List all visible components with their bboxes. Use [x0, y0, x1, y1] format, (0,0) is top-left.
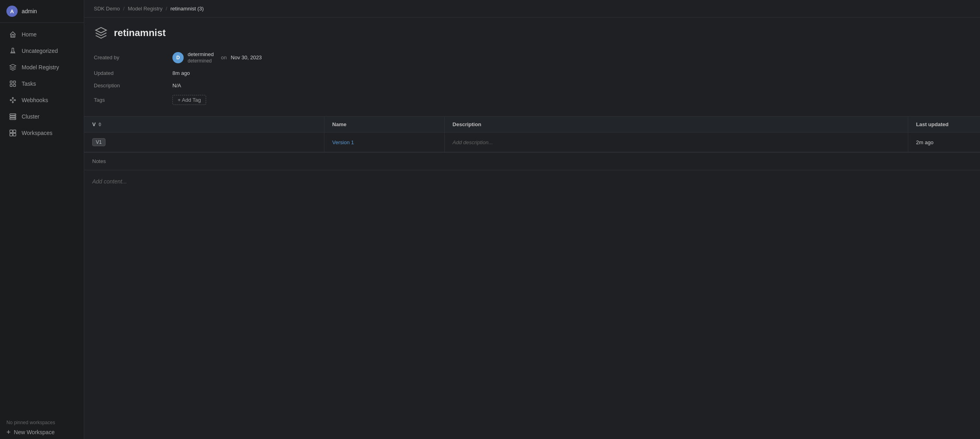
svg-point-6	[14, 100, 16, 101]
svg-point-4	[10, 100, 11, 101]
created-by-label: Created by	[94, 54, 166, 60]
svg-rect-18	[10, 130, 13, 133]
col-header-v: V	[84, 117, 324, 133]
versions-table-section: V Name Description Last updated	[84, 116, 980, 152]
created-by-name: determined	[188, 51, 214, 57]
col-header-name: Name	[324, 117, 444, 133]
svg-point-5	[12, 97, 14, 99]
add-description-placeholder: Add description...	[453, 139, 493, 145]
sidebar-item-workspaces-label: Workspaces	[22, 130, 53, 136]
sidebar-item-home[interactable]: Home	[2, 26, 81, 42]
svg-rect-1	[14, 81, 16, 83]
created-by-value: D determined determined on Nov 30, 2023	[172, 51, 262, 64]
col-header-description: Description	[444, 117, 908, 133]
notes-header: Notes	[84, 153, 980, 170]
sidebar-nav: Home Uncategorized Model Registry	[0, 23, 84, 419]
breadcrumb: SDK Demo / Model Registry / retinamnist …	[84, 0, 980, 18]
user-avatar: A	[6, 6, 18, 17]
home-icon	[9, 30, 17, 38]
sort-icon[interactable]	[98, 122, 101, 127]
webhooks-icon	[9, 96, 17, 104]
svg-point-17	[15, 119, 16, 119]
svg-point-16	[15, 117, 16, 117]
breadcrumb-current: retinamnist (3)	[170, 6, 204, 12]
created-on-label: on	[221, 54, 227, 60]
breadcrumb-sep-2: /	[166, 6, 167, 12]
description-label: Description	[94, 83, 166, 89]
col-header-last-updated: Last updated	[908, 117, 980, 133]
user-profile[interactable]: A admin	[0, 0, 84, 23]
cell-last-updated: 2m ago	[908, 133, 980, 152]
page-title: retinamnist	[114, 27, 166, 38]
plus-icon: +	[6, 429, 11, 436]
sidebar-item-webhooks[interactable]: Webhooks	[2, 92, 81, 108]
sidebar-item-uncategorized-label: Uncategorized	[22, 48, 58, 54]
cluster-icon	[9, 113, 17, 121]
main-content: SDK Demo / Model Registry / retinamnist …	[84, 0, 980, 439]
add-tag-button[interactable]: + Add Tag	[172, 95, 206, 105]
table-header-row: V Name Description Last updated	[84, 117, 980, 133]
sidebar-item-model-registry[interactable]: Model Registry	[2, 59, 81, 75]
no-pinned-workspaces: No pinned workspaces	[0, 419, 84, 425]
sidebar-item-webhooks-label: Webhooks	[22, 97, 48, 103]
updated-row: Updated 8m ago	[94, 67, 970, 79]
breadcrumb-sdk-demo[interactable]: SDK Demo	[94, 6, 120, 12]
breadcrumb-model-registry[interactable]: Model Registry	[128, 6, 163, 12]
page-header: retinamnist	[84, 18, 980, 46]
sidebar-item-model-registry-label: Model Registry	[22, 64, 59, 70]
sidebar-item-home-label: Home	[22, 31, 36, 38]
sidebar: A admin Home Uncategorized	[0, 0, 84, 439]
description-row: Description N/A	[94, 79, 970, 92]
sidebar-item-cluster-label: Cluster	[22, 113, 39, 120]
model-registry-icon	[94, 26, 108, 40]
sidebar-item-cluster[interactable]: Cluster	[2, 109, 81, 125]
sidebar-item-workspaces[interactable]: Workspaces	[2, 125, 81, 141]
updated-value: 8m ago	[172, 70, 190, 76]
created-by-sub: determined	[188, 58, 214, 64]
sidebar-item-tasks[interactable]: Tasks	[2, 76, 81, 92]
cell-version-badge: V1	[84, 133, 324, 152]
meta-section: Created by D determined determined on No…	[84, 46, 980, 116]
username: admin	[22, 8, 37, 14]
version-badge: V1	[92, 138, 105, 146]
flask-icon	[9, 47, 17, 55]
tags-row: Tags + Add Tag	[94, 92, 970, 108]
add-content-placeholder: Add content...	[92, 178, 127, 185]
svg-rect-19	[13, 130, 16, 133]
table-row: V1 Version 1 Add description... 2m ago	[84, 133, 980, 152]
svg-rect-3	[14, 85, 16, 87]
tasks-icon	[9, 80, 17, 88]
breadcrumb-sep-1: /	[123, 6, 125, 12]
sidebar-item-tasks-label: Tasks	[22, 81, 36, 87]
created-by-info: determined determined	[188, 51, 214, 64]
notes-section: Notes Add content...	[84, 152, 980, 218]
created-by-row: Created by D determined determined on No…	[94, 48, 970, 67]
svg-rect-21	[13, 133, 16, 136]
svg-point-7	[12, 102, 14, 103]
workspaces-icon	[9, 129, 17, 137]
svg-rect-20	[10, 133, 13, 136]
cube-icon	[9, 63, 17, 71]
tags-value: + Add Tag	[172, 95, 206, 105]
notes-content[interactable]: Add content...	[84, 170, 980, 218]
svg-rect-0	[10, 81, 12, 83]
svg-point-15	[15, 114, 16, 115]
created-date: Nov 30, 2023	[231, 54, 262, 60]
updated-label: Updated	[94, 70, 166, 76]
created-by-avatar: D	[172, 52, 184, 63]
svg-rect-2	[10, 85, 12, 87]
version-link[interactable]: Version 1	[332, 139, 354, 145]
tags-label: Tags	[94, 97, 166, 103]
cell-description[interactable]: Add description...	[444, 133, 908, 152]
description-value: N/A	[172, 83, 181, 89]
new-workspace-button[interactable]: + New Workspace	[0, 425, 84, 439]
sidebar-item-uncategorized[interactable]: Uncategorized	[2, 43, 81, 59]
versions-table: V Name Description Last updated	[84, 117, 980, 152]
cell-version-name: Version 1	[324, 133, 444, 152]
new-workspace-label: New Workspace	[14, 429, 55, 435]
